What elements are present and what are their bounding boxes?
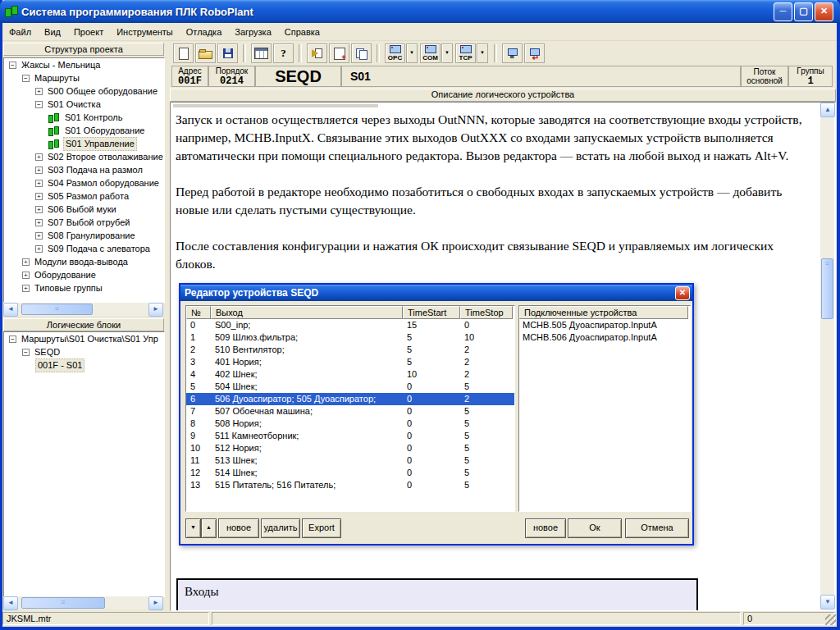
menu-item-3[interactable]: Проект	[67, 24, 110, 40]
connect-button[interactable]	[502, 43, 523, 63]
expand-icon[interactable]: +	[35, 167, 43, 174]
tree-item[interactable]: S01 Управление	[4, 137, 164, 150]
menu-item-4[interactable]: Инструменты	[110, 24, 180, 40]
table-row[interactable]: 9511 Камнеотборник;05	[186, 430, 514, 442]
new-output-button[interactable]: новое	[218, 518, 259, 538]
copy-button[interactable]	[351, 43, 372, 63]
column-header-3[interactable]: TimeStart	[403, 306, 460, 319]
scroll-down-icon[interactable]: ▼	[820, 595, 835, 609]
menu-item-6[interactable]: Загрузка	[228, 24, 277, 40]
scroll-thumb[interactable]	[21, 597, 105, 609]
page-add-button[interactable]	[329, 43, 349, 63]
description-vscrollbar[interactable]: ▲ ▼	[820, 103, 834, 609]
maximize-button[interactable]: ▢	[794, 2, 813, 21]
expand-icon[interactable]: +	[22, 272, 30, 279]
expand-icon[interactable]: +	[22, 258, 30, 266]
import-button[interactable]	[307, 43, 327, 63]
outputs-table[interactable]: №ВыходTimeStartTimeStop 0S00_inp;1501509…	[185, 305, 515, 512]
table-button[interactable]	[251, 43, 272, 63]
tree-item[interactable]: +S08 Гранулирование	[4, 229, 164, 242]
tcp-button[interactable]: TCP	[455, 43, 476, 63]
new-file-button[interactable]	[173, 43, 194, 63]
opc-button[interactable]: OPC	[385, 43, 405, 63]
move-up-button[interactable]: ▲	[201, 518, 217, 538]
com-button-dropdown-icon[interactable]: ▼	[441, 43, 453, 63]
project-tree-hscrollbar[interactable]: ◄ ►	[3, 303, 163, 316]
table-row[interactable]: 12514 Шнек;05	[186, 467, 514, 479]
ok-button[interactable]: Ок	[568, 518, 622, 538]
tcp-button-dropdown-icon[interactable]: ▼	[477, 43, 488, 63]
export-button[interactable]: Export	[302, 518, 341, 538]
expand-icon[interactable]: +	[35, 180, 43, 187]
save-button[interactable]	[217, 43, 238, 63]
expand-icon[interactable]: +	[35, 206, 43, 213]
expand-icon[interactable]: +	[35, 219, 43, 226]
help-button[interactable]: ?	[273, 43, 294, 63]
move-down-button[interactable]: ▼	[185, 518, 201, 538]
table-row[interactable]: 2510 Вентилятор;52	[186, 344, 514, 356]
tree-item[interactable]: +S06 Выбой муки	[4, 203, 164, 216]
table-row[interactable]: 7507 Обоечная машина;05	[186, 405, 514, 418]
expand-icon[interactable]: +	[35, 193, 43, 200]
close-button[interactable]: ✕	[815, 2, 833, 21]
scroll-left-icon[interactable]: ◄	[3, 303, 18, 317]
menu-item-7[interactable]: Справка	[278, 24, 326, 40]
scroll-thumb[interactable]	[821, 258, 833, 319]
collapse-icon[interactable]: −	[35, 101, 43, 108]
tree-item[interactable]: +S09 Подача с элеватора	[4, 242, 164, 255]
connected-devices-list[interactable]: Подключенные устройства MCHB.505 Дуоаспи…	[518, 305, 691, 512]
tree-item[interactable]: −Жаксы - Мельница	[4, 58, 164, 71]
tree-item[interactable]: −Маршруты	[4, 71, 164, 84]
scroll-left-icon[interactable]: ◄	[3, 596, 18, 610]
logic-tree-hscrollbar[interactable]: ◄ ►	[3, 596, 163, 609]
menu-item-2[interactable]: Вид	[38, 24, 67, 40]
tree-item[interactable]: +S05 Размол работа	[4, 189, 164, 203]
table-row[interactable]: 5504 Шнек;05	[186, 381, 514, 393]
delete-output-button[interactable]: удалить	[261, 518, 300, 538]
com-button[interactable]: COM	[420, 43, 441, 63]
dialog-close-icon[interactable]: ✕	[675, 286, 690, 300]
scroll-right-icon[interactable]: ►	[148, 596, 163, 610]
scroll-thumb[interactable]	[21, 304, 93, 315]
expand-icon[interactable]: +	[35, 153, 43, 161]
expand-icon[interactable]: +	[22, 285, 30, 292]
table-row[interactable]: 1509 Шлюз.фильтра;510	[186, 331, 514, 344]
tree-item[interactable]: +S04 Размол оборудование	[4, 176, 164, 189]
tree-item[interactable]: +S02 Второе отволаживание	[4, 150, 164, 163]
tree-item[interactable]: +Типовые группы	[4, 281, 164, 294]
expand-icon[interactable]: +	[35, 245, 43, 253]
tree-item[interactable]: +S00 Общее оборудование	[4, 84, 164, 98]
table-row[interactable]: 4402 Шнек;102	[186, 368, 514, 381]
expand-icon[interactable]: +	[35, 88, 43, 95]
table-row[interactable]: 10512 Нория;05	[186, 442, 514, 454]
resize-grip[interactable]	[825, 614, 836, 625]
expand-icon[interactable]: +	[35, 232, 43, 240]
scroll-up-icon[interactable]: ▲	[820, 103, 835, 117]
table-row[interactable]: 6506 Дуоаспиратор; 505 Дуоаспиратор;02	[186, 393, 514, 405]
collapse-icon[interactable]: −	[9, 336, 16, 343]
collapse-icon[interactable]: −	[22, 349, 30, 356]
table-row[interactable]: 8508 Нория;05	[186, 418, 514, 430]
menu-item-5[interactable]: Отладка	[180, 24, 228, 40]
opc-button-dropdown-icon[interactable]: ▼	[406, 43, 418, 63]
tree-item[interactable]: S01 Контроль	[4, 111, 164, 124]
table-row[interactable]: 11513 Шнек;05	[186, 454, 514, 467]
scroll-right-icon[interactable]: ►	[148, 303, 163, 317]
collapse-icon[interactable]: −	[9, 62, 16, 69]
collapse-icon[interactable]: −	[22, 75, 30, 82]
column-header-2[interactable]: Выход	[211, 306, 403, 319]
tree-item[interactable]: 001F - S01	[4, 358, 164, 372]
tree-item[interactable]: S01 Оборудование	[4, 124, 164, 137]
tree-item[interactable]: +Модули ввода-вывода	[4, 255, 164, 268]
table-row[interactable]: 0S00_inp;150	[186, 319, 514, 331]
tree-item[interactable]: −S01 Очистка	[4, 98, 164, 111]
tree-item[interactable]: +S07 Выбой отрубей	[4, 216, 164, 229]
table-row[interactable]: 3401 Нория;52	[186, 356, 514, 368]
list-item[interactable]: MCHB.506 Дуоаспиратор.InputA	[519, 331, 690, 344]
cancel-button[interactable]: Отмена	[625, 518, 689, 538]
menu-item-1[interactable]: Файл	[2, 24, 38, 40]
column-header-1[interactable]: №	[186, 306, 211, 319]
tree-item[interactable]: +Оборудование	[4, 268, 164, 281]
list-item[interactable]: MCHB.505 Дуоаспиратор.InputA	[519, 319, 690, 331]
minimize-button[interactable]: ─	[774, 2, 792, 21]
